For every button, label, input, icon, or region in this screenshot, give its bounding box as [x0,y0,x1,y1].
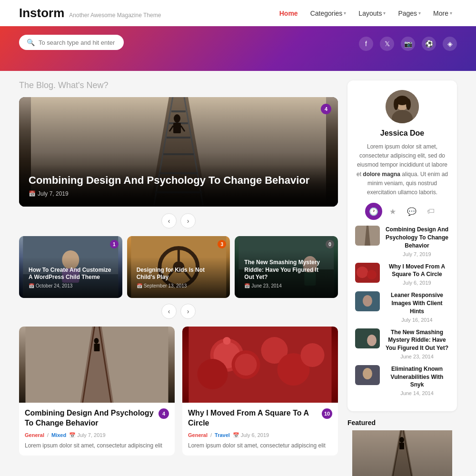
small-card-1-title: How To Create And Customize A WordPress … [29,267,113,281]
small-card-3[interactable]: The New Smashing Mystery Riddle: Have Yo… [235,236,338,298]
article-card-2-title: Why I Moved From A Square To A Circle [188,408,318,428]
svg-point-55 [367,270,377,279]
tab-starred[interactable]: ★ [384,203,401,220]
recent-post-2-date: July 6, 2019 [385,280,449,286]
main-nav: Home Categories ▾ Layouts ▾ Pages ▾ More… [275,7,457,20]
dribbble-icon[interactable]: ⚽ [422,37,436,51]
sidebar-featured-image [347,430,457,476]
recent-post-2-title: Why I Moved From A Square To A Circle [385,263,449,279]
svg-point-49 [394,99,398,110]
tab-tags[interactable]: 🏷 [422,203,439,220]
article-card-2-tag-1[interactable]: General [188,432,208,438]
recent-post-4-body: The New Smashing Mystery Riddle: Have Yo… [385,328,449,359]
carousel-prev-button[interactable]: ‹ [161,213,177,228]
article-card-1-tag-2[interactable]: Mixed [51,432,66,438]
nav-categories[interactable]: Categories ▾ [306,7,351,20]
search-icon: 🔍 [27,39,35,46]
small-carousel-prev-button[interactable]: ‹ [161,304,177,319]
svg-point-54 [357,267,368,278]
recent-post-1-date: July 7, 2019 [385,251,449,257]
article-card-2-image [182,327,338,403]
sidebar-featured-label: Featured [347,419,457,426]
recent-post-2[interactable]: Why I Moved From A Square To A Circle Ju… [355,263,449,286]
recent-post-1-body: Combining Design And Psychology To Chang… [385,226,449,257]
nav-home[interactable]: Home [275,7,303,20]
twitter-icon[interactable]: 𝕏 [380,37,394,51]
chevron-down-icon: ▾ [383,10,386,16]
svg-point-38 [223,337,231,345]
svg-point-44 [301,343,325,367]
recent-post-1-image [355,226,380,246]
small-card-1-image: How To Create And Customize A WordPress … [19,236,122,298]
article-card-2-body: Why I Moved From A Square To A Circle 10… [182,403,338,456]
recent-post-3-title: Leaner Responsive Images With Client Hin… [385,291,449,315]
carousel-next-button[interactable]: › [180,213,196,228]
nav-more[interactable]: More ▾ [428,7,457,20]
article-card-2[interactable]: Why I Moved From A Square To A Circle 10… [182,327,338,456]
tab-comments[interactable]: 💬 [403,203,420,220]
featured-carousel-controls: ‹ › [19,213,338,228]
content-area: The Blog. What's New? [19,80,338,476]
article-card-2-date: 📅 July 6, 2019 [233,432,269,438]
logo-name: Instorm [19,6,64,20]
article-card-1-date: 📅 July 7, 2019 [69,432,105,438]
small-card-1[interactable]: How To Create And Customize A WordPress … [19,236,122,298]
search-input[interactable] [39,39,116,46]
svg-point-33 [94,338,99,344]
chevron-down-icon: ▾ [344,10,346,16]
calendar-icon: 📅 [69,432,76,438]
article-card-2-meta: General / Travel 📅 July 6, 2019 [188,432,332,438]
article-card-1[interactable]: Combining Design And Psychology To Chang… [19,327,175,456]
featured-overlay: Combining Design And Psychology To Chang… [19,164,338,207]
nav-layouts[interactable]: Layouts ▾ [354,7,390,20]
small-cards-carousel-controls: ‹ › [19,304,338,319]
recent-post-5-body: Eliminating Known Vulnerabilities With S… [385,365,449,396]
small-card-3-title: The New Smashing Mystery Riddle: Have Yo… [244,259,328,281]
featured-badge: 4 [321,104,331,114]
article-card-1-body: Combining Design And Psychology To Chang… [19,403,175,456]
recent-post-2-body: Why I Moved From A Square To A Circle Ju… [385,263,449,286]
custom-social-icon[interactable]: ◈ [443,37,457,51]
recent-post-3[interactable]: Leaner Responsive Images With Client Hin… [355,291,449,322]
chevron-down-icon: ▾ [418,10,421,16]
profile-name: Jessica Doe [355,129,449,138]
recent-post-1-title: Combining Design And Psychology To Chang… [385,226,449,249]
small-carousel-next-button[interactable]: › [180,304,196,319]
featured-date: 📅 July 7, 2019 [29,190,328,197]
article-card-1-title: Combining Design And Psychology To Chang… [25,408,155,428]
recent-posts-list: Combining Design And Psychology To Chang… [355,226,449,396]
small-card-2[interactable]: Designing for Kids Is Not Child's Play 📅… [127,236,230,298]
small-cards-row: How To Create And Customize A WordPress … [19,236,338,298]
small-card-3-overlay: The New Smashing Mystery Riddle: Have Yo… [235,249,338,298]
recent-post-5[interactable]: Eliminating Known Vulnerabilities With S… [355,365,449,396]
recent-post-5-date: June 14, 2014 [385,390,449,396]
svg-rect-68 [352,430,452,476]
article-card-2-excerpt: Lorem ipsum dolor sit amet, consectetur … [188,441,332,450]
nav-pages[interactable]: Pages ▾ [393,7,426,20]
sidebar-profile: Jessica Doe Lorem ipsum dolor sit amet, … [347,80,457,411]
logo: Instorm Another Awesome Magazine Theme [19,6,161,20]
article-title-row-1: Combining Design And Psychology To Chang… [25,408,169,432]
tab-recent[interactable]: 🕐 [365,203,382,220]
search-bar[interactable]: 🔍 [19,35,124,50]
recent-post-3-date: July 16, 2014 [385,317,449,323]
svg-point-59 [367,335,377,346]
svg-point-57 [363,295,372,307]
featured-card[interactable]: Combining Design And Psychology To Chang… [19,97,338,207]
facebook-icon[interactable]: f [359,37,373,51]
avatar [386,90,419,123]
instagram-icon[interactable]: 📷 [401,37,415,51]
small-card-2-image: Designing for Kids Is Not Child's Play 📅… [127,236,230,298]
header: Instorm Another Awesome Magazine Theme H… [0,0,476,26]
recent-post-4[interactable]: The New Smashing Mystery Riddle: Have Yo… [355,328,449,359]
calendar-icon: 📅 [29,190,36,197]
article-grid: Combining Design And Psychology To Chang… [19,327,338,456]
article-card-1-tag-1[interactable]: General [25,432,44,438]
calendar-icon: 📅 [137,283,142,288]
small-card-1-badge: 1 [110,240,119,248]
recent-post-1[interactable]: Combining Design And Psychology To Chang… [355,226,449,257]
svg-point-61 [363,368,372,379]
recent-post-4-date: June 23, 2014 [385,354,449,359]
small-card-3-badge: 0 [326,240,334,248]
article-card-2-tag-2[interactable]: Travel [215,432,230,438]
